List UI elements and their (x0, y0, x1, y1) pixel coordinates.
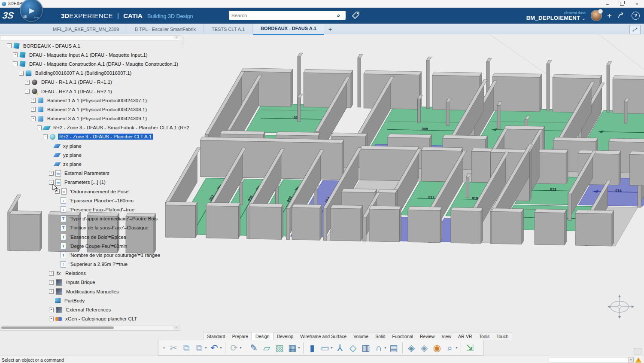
tree-expander-icon[interactable]: + (55, 189, 60, 194)
tree-expander-icon[interactable]: - (25, 89, 30, 94)
ribbon-tab-tools[interactable]: Tools (476, 332, 493, 340)
tree-item[interactable]: +DFAU - Maquette Input A.1 (DFAU - Maque… (5, 50, 190, 59)
tree-item[interactable]: T'Type d'appui intermediaire'=Poutre Boi… (5, 214, 190, 223)
tree-item[interactable]: ↕'Superieur a 2.95m ?'=true (5, 260, 190, 269)
ribbon-tab-ar-vr[interactable]: AR-VR (455, 332, 476, 340)
tree-item[interactable]: +External References (5, 305, 190, 314)
notification-doc-icon[interactable] (634, 348, 641, 354)
tree-item[interactable]: +DFAU - R+1 A.1 (DFAU - R+1.1) (5, 78, 190, 87)
tree-item[interactable]: -Building00016007 A.1 (Building00016007.… (5, 69, 190, 78)
help-button[interactable]: ? (632, 12, 640, 20)
tree-expander-icon[interactable]: - (49, 180, 54, 185)
wall-framing-icon[interactable]: ▥ (359, 342, 372, 354)
tree-item[interactable]: T'Degre Coupe-Feu'=60min (5, 241, 190, 250)
ribbon-tab-design[interactable]: Design (252, 332, 273, 340)
curved-slab-icon[interactable]: ◇ (346, 342, 359, 354)
tag-edit-icon[interactable]: ◈ (405, 342, 418, 354)
minimize-button[interactable]: – (600, 0, 615, 7)
tree-item[interactable]: -DFAU - Maquette Construction A.1 (DFAU … (5, 59, 190, 68)
tree-expander-icon[interactable]: + (49, 308, 54, 312)
undo-icon[interactable]: ↶ (208, 342, 221, 354)
paste-icon-dropdown[interactable]: ▼ (204, 346, 208, 349)
user-menu[interactable]: clement dusit BM_DEPLOIEMENT⌄ (526, 10, 586, 21)
ribbon-tab-prepare[interactable]: Prepare (229, 332, 252, 340)
update-icon[interactable]: ⟳ (228, 342, 240, 354)
tree-item[interactable]: -R+2 - Zone 3 - DFAUS - SmartFabrik - Pl… (5, 123, 190, 132)
beam-junction-icon[interactable]: ⅄ (334, 342, 346, 354)
slab-pattern-icon[interactable]: ▨ (273, 342, 286, 354)
tree-expander-icon[interactable]: + (13, 52, 18, 57)
tree-item[interactable]: yz plane (5, 150, 190, 159)
tree-item[interactable]: T'Essence de Bois'=Epicea (5, 232, 190, 241)
ribbon-tab-view[interactable]: View (438, 332, 455, 340)
tree-item[interactable]: T'Nombre de vis pour couturage'=1 rangee (5, 250, 190, 259)
opening-icon-dropdown[interactable]: ▼ (384, 346, 387, 349)
scrollbar-thumb[interactable] (1, 326, 114, 329)
add-tab-button[interactable]: + (328, 26, 332, 33)
tree-item[interactable]: +'Ordonnancement de Pose' (5, 187, 190, 196)
ribbon-tab-volume[interactable]: Volume (350, 332, 372, 340)
command-input[interactable]: ▼ (549, 357, 634, 363)
tree-item[interactable]: +Modifications Manuelles (5, 287, 190, 296)
ribbon-tab-solid[interactable]: Solid (372, 332, 389, 340)
warning-icon[interactable] (635, 357, 641, 363)
ribbon-tab-wireframe-and-surface[interactable]: Wireframe and Surface (297, 332, 350, 340)
volume-icon[interactable]: ▭ (319, 342, 331, 354)
tree-expander-icon[interactable]: + (49, 280, 54, 285)
close-button[interactable]: × (629, 0, 644, 7)
tree-expander-icon[interactable]: - (7, 43, 12, 48)
tree-expander-icon[interactable]: + (31, 116, 36, 121)
tag-button[interactable] (351, 10, 361, 20)
tree-expander-icon[interactable]: - (19, 71, 24, 76)
tree-item[interactable]: ↕'Epaisseur Plancher'=160mm (5, 196, 190, 205)
tree-item[interactable]: +Inputs Brique (5, 278, 190, 287)
tree-item[interactable]: -DFAU - R+2 A.1 (DFAU - R+2.1) (5, 87, 190, 96)
schedule-icon[interactable]: ▤ (387, 342, 400, 354)
tree-expander-icon[interactable]: - (43, 134, 48, 139)
grid-icon[interactable]: ▦ (286, 342, 299, 354)
doc-tab-b-tpl-escalier-smartfabrik[interactable]: B TPL - Escalier SmartFabrik (127, 24, 204, 34)
ribbon-tab-functional[interactable]: Functional (389, 332, 416, 340)
search-input[interactable] (229, 13, 337, 18)
add-button[interactable]: + (607, 12, 612, 20)
doc-tab-bordeaux-dfaus-a-1[interactable]: BORDEAUX - DFAUS A.1 (253, 23, 324, 35)
restore-button[interactable] (615, 0, 629, 7)
tag-cloud-icon[interactable]: ◈ (418, 342, 431, 354)
tree-item[interactable]: +Batiment 1 A.1 (Physical Product0042430… (5, 96, 190, 105)
tree-item[interactable]: -Parameters [...] (1) (5, 178, 190, 187)
export-icon[interactable]: ⇲ (463, 342, 476, 354)
tree-expander-icon[interactable]: + (31, 107, 36, 112)
doc-tab-mfl-3ia-exe-str-mn-2309[interactable]: MFL_3iA_EXE_STR_MN_2309 (45, 24, 127, 34)
tree-item[interactable]: PartBody (5, 296, 190, 305)
tree-expander-icon[interactable]: + (49, 171, 54, 176)
tree-item[interactable]: +Batiment 2 A.1 (Physical Product0042430… (5, 105, 190, 114)
cut-icon[interactable]: ✂ (167, 342, 180, 354)
undo-icon-dropdown[interactable]: ▼ (219, 346, 223, 349)
search-box[interactable]: ⌕ (229, 11, 346, 20)
tree-item[interactable]: ↕'Presence Faux-Plafond'=true (5, 205, 190, 214)
tree-item[interactable]: +xGen - Calepinage plancher CLT (5, 314, 190, 323)
tree-expander-icon[interactable]: + (49, 317, 54, 321)
sketch-icon[interactable]: ✎ (247, 342, 260, 354)
tree-expander-icon[interactable]: - (37, 125, 42, 130)
tree-item[interactable]: -BORDEAUX - DFAUS A.1 (5, 41, 190, 50)
tree-item[interactable]: +External Parameters (5, 169, 190, 178)
ribbon-tab-touch[interactable]: Touch (493, 332, 512, 340)
search-icon[interactable]: ⌕ (337, 12, 346, 19)
search-tag-icon[interactable]: ⌕ (444, 342, 456, 354)
scrollbar-grip[interactable]: ≡ (173, 326, 179, 329)
tree-expander-icon[interactable]: + (25, 80, 30, 85)
scroll-arrow-icon[interactable]: ‹ (174, 36, 179, 39)
command-dropdown-icon[interactable]: ▼ (628, 357, 633, 363)
tree-expander-icon[interactable]: + (49, 289, 54, 294)
tree-item[interactable]: xy plane (5, 141, 190, 150)
tree-item[interactable]: -R+2 - Zone 3 - DFAUS - Plancher CLT A.1 (5, 132, 190, 141)
tree-scrollbar-horizontal-top[interactable]: ‹ (0, 35, 180, 40)
tree-item[interactable]: +Batiment 3 A.1 (Physical Product0042430… (5, 114, 190, 123)
tree-expander-icon[interactable]: - (13, 61, 18, 66)
tree-item[interactable]: zx plane (5, 159, 190, 168)
ribbon-tab-develop[interactable]: Develop (273, 332, 297, 340)
copy-icon[interactable]: ⧉ (180, 342, 193, 354)
opening-icon[interactable]: ∩ (372, 342, 385, 354)
menu-overflow-chevron[interactable]: ▿ (161, 342, 167, 354)
